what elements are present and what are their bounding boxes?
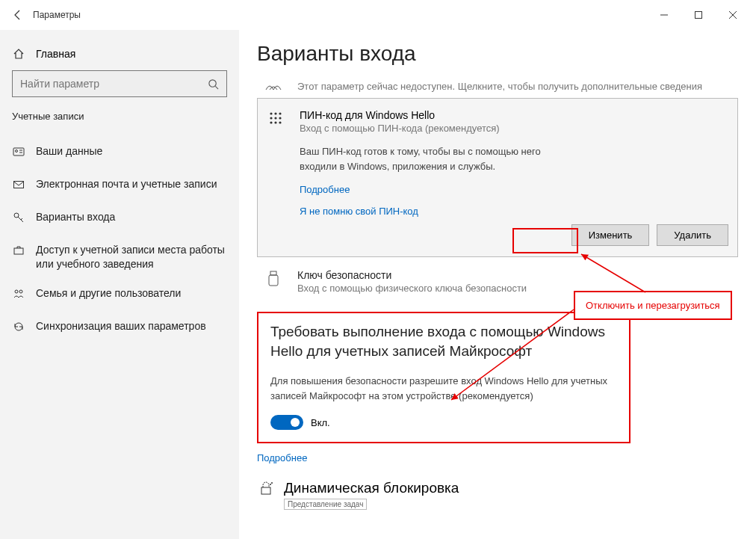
briefcase-icon xyxy=(12,244,25,256)
svg-point-25 xyxy=(279,121,281,123)
svg-point-21 xyxy=(274,117,276,119)
svg-line-5 xyxy=(215,86,218,89)
sidebar-home[interactable]: Главная xyxy=(6,42,233,70)
svg-point-22 xyxy=(279,117,281,119)
maximize-button[interactable] xyxy=(681,3,716,27)
home-icon xyxy=(12,48,25,60)
user-card-icon xyxy=(12,146,25,158)
pin-forgot-link[interactable]: Я не помню свой ПИН-код xyxy=(300,206,728,217)
pin-learn-more-link[interactable]: Подробнее xyxy=(300,184,728,195)
people-icon xyxy=(12,288,25,300)
hello-desc: Для повышения безопасности разрешите вхо… xyxy=(270,374,617,403)
hello-toggle[interactable] xyxy=(270,415,303,430)
svg-point-4 xyxy=(208,79,215,86)
window-title: Параметры xyxy=(33,10,81,20)
sidebar-item-email-accounts[interactable]: Электронная почта и учетные записи xyxy=(6,170,233,203)
search-input[interactable] xyxy=(13,78,199,90)
sidebar-home-label: Главная xyxy=(36,48,75,60)
sidebar-item-label: Семья и другие пользователи xyxy=(36,286,181,301)
fingerprint-icon xyxy=(263,81,284,91)
pin-change-button[interactable]: Изменить xyxy=(571,224,650,246)
seckey-title: Ключ безопасности xyxy=(297,269,527,281)
pin-body: Ваш ПИН-код готов к тому, чтобы вы с пом… xyxy=(300,144,568,173)
sidebar-item-label: Ваши данные xyxy=(36,144,102,158)
sidebar-item-label: Синхронизация ваших параметров xyxy=(36,319,206,333)
task-view-tooltip: Представление задач xyxy=(284,499,367,510)
pin-remove-button[interactable]: Удалить xyxy=(657,224,728,246)
svg-rect-10 xyxy=(14,182,24,188)
search-input-wrap[interactable] xyxy=(12,70,227,97)
svg-point-7 xyxy=(16,150,18,153)
svg-point-24 xyxy=(274,121,276,123)
hello-title: Требовать выполнение входа с помощью Win… xyxy=(270,322,617,360)
annotation-callout: Отключить и перезагрузиться xyxy=(574,291,732,320)
sidebar-item-sync[interactable]: Синхронизация ваших параметров xyxy=(6,312,233,345)
pin-title: ПИН-код для Windows Hello xyxy=(300,109,500,121)
svg-rect-27 xyxy=(269,275,278,286)
minimize-button[interactable] xyxy=(647,3,681,27)
svg-point-16 xyxy=(19,290,22,293)
svg-point-19 xyxy=(279,112,281,114)
dynamic-lock-row: Динамическая блокировка xyxy=(257,480,738,496)
hello-toggle-label: Вкл. xyxy=(311,417,330,428)
svg-point-15 xyxy=(15,290,18,293)
svg-rect-1 xyxy=(695,12,702,19)
svg-point-29 xyxy=(270,484,271,485)
main-content: Варианты входа Этот параметр сейчас недо… xyxy=(239,30,756,539)
pin-card: ПИН-код для Windows Hello Вход с помощью… xyxy=(257,98,738,257)
svg-rect-28 xyxy=(261,487,270,494)
svg-point-30 xyxy=(271,482,273,484)
sidebar-item-work-access[interactable]: Доступ к учетной записи места работы или… xyxy=(6,235,233,279)
option-sub: Этот параметр сейчас недоступен. Щелкнит… xyxy=(297,81,702,92)
hello-section: Требовать выполнение входа с помощью Win… xyxy=(257,312,630,443)
titlebar: Параметры xyxy=(0,0,756,30)
page-title: Варианты входа xyxy=(257,42,738,66)
sidebar-item-label: Электронная почта и учетные записи xyxy=(36,177,217,191)
sidebar-group-header: Учетные записи xyxy=(6,111,233,137)
close-button[interactable] xyxy=(716,3,750,27)
pin-sub: Вход с помощью ПИН-кода (рекомендуется) xyxy=(300,123,500,134)
lock-icon xyxy=(257,480,275,496)
option-unavailable[interactable]: Этот параметр сейчас недоступен. Щелкнит… xyxy=(257,73,738,98)
sidebar: Главная Учетные записи Ваши данные Элект… xyxy=(0,30,239,539)
usb-icon xyxy=(263,271,284,287)
svg-point-17 xyxy=(270,112,272,114)
svg-line-13 xyxy=(21,218,22,220)
svg-rect-6 xyxy=(13,148,24,155)
back-button[interactable] xyxy=(6,3,30,27)
svg-point-20 xyxy=(270,117,272,119)
search-icon xyxy=(199,78,226,90)
svg-point-18 xyxy=(274,112,276,114)
keypad-icon xyxy=(265,111,286,126)
sidebar-item-signin-options[interactable]: Варианты входа xyxy=(6,203,233,235)
svg-rect-14 xyxy=(14,248,23,254)
sidebar-item-your-info[interactable]: Ваши данные xyxy=(6,137,233,170)
svg-point-23 xyxy=(270,121,272,123)
sync-icon xyxy=(12,321,25,333)
seckey-sub: Вход с помощью физического ключа безопас… xyxy=(297,283,527,294)
sidebar-item-label: Доступ к учетной записи места работы или… xyxy=(36,243,227,271)
hello-learn-more-link[interactable]: Подробнее xyxy=(257,452,738,463)
mail-icon xyxy=(12,179,25,191)
svg-line-12 xyxy=(18,217,23,222)
key-icon xyxy=(12,212,25,224)
svg-rect-26 xyxy=(270,271,276,275)
sidebar-item-label: Варианты входа xyxy=(36,210,115,224)
dynamic-lock-title: Динамическая блокировка xyxy=(284,480,459,496)
sidebar-item-family[interactable]: Семья и другие пользователи xyxy=(6,279,233,312)
